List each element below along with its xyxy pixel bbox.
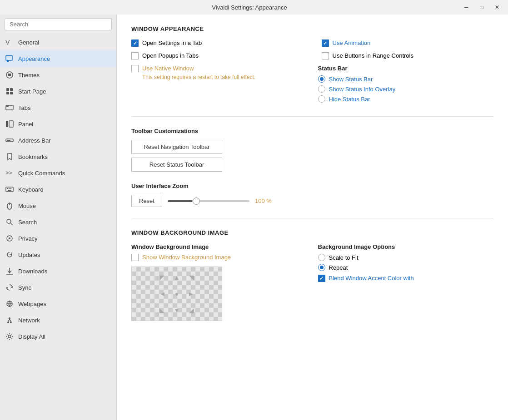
zoom-reset-button[interactable]: Reset <box>131 195 162 207</box>
scale-to-fit-row[interactable]: Scale to Fit <box>318 254 494 261</box>
zoom-title: User Interface Zoom <box>131 183 493 189</box>
keyboard-icon <box>5 185 14 193</box>
hide-status-bar-radio[interactable] <box>318 95 325 103</box>
sidebar-item-downloads[interactable]: Downloads <box>0 263 116 279</box>
show-status-bar-row[interactable]: Show Status Bar <box>318 75 494 83</box>
minimize-button[interactable]: ─ <box>459 2 473 13</box>
network-icon <box>5 316 14 324</box>
repeat-radio[interactable] <box>318 264 325 271</box>
sidebar-item-quick-commands[interactable]: >>Quick Commands <box>0 165 116 181</box>
show-window-bg-row[interactable]: Show Window Background Image <box>131 254 307 261</box>
svg-rect-4 <box>6 88 9 91</box>
sidebar-label-start-page: Start Page <box>18 88 46 95</box>
sidebar-label-general: General <box>18 39 39 46</box>
search-input[interactable] <box>5 18 112 30</box>
show-window-bg-checkbox[interactable] <box>131 254 139 261</box>
open-popups-label: Open Popups in Tabs <box>142 52 199 59</box>
arrow-right-icon: ► <box>188 290 194 297</box>
sidebar-label-network: Network <box>18 317 40 324</box>
sidebar-item-themes[interactable]: Themes <box>0 67 116 83</box>
svg-point-22 <box>7 219 11 223</box>
sidebar-item-address-bar[interactable]: Address Bar <box>0 132 116 148</box>
sidebar-label-search: Search <box>18 219 37 226</box>
sidebar-item-appearance[interactable]: Appearance <box>0 50 116 67</box>
sidebar-item-keyboard[interactable]: Keyboard <box>0 181 116 198</box>
privacy-icon <box>5 234 14 242</box>
sidebar-label-quick-commands: Quick Commands <box>18 170 65 177</box>
bg-image-right: Background Image Options Scale to Fit Re… <box>318 243 494 321</box>
sidebar-item-start-page[interactable]: Start Page <box>0 83 116 99</box>
show-status-info-radio[interactable] <box>318 85 325 93</box>
svg-text:>>: >> <box>5 169 12 176</box>
close-button[interactable]: ✕ <box>490 2 504 13</box>
zoom-value-display: 100 % <box>255 198 272 204</box>
open-popups-checkbox[interactable] <box>131 52 139 59</box>
svg-rect-18 <box>10 188 11 189</box>
address-bar-icon <box>5 136 14 144</box>
sidebar-label-mouse: Mouse <box>18 203 36 209</box>
repeat-row[interactable]: Repeat <box>318 264 494 271</box>
zoom-section: User Interface Zoom Reset 100 % <box>131 183 493 207</box>
downloads-icon <box>5 267 14 275</box>
scale-to-fit-radio[interactable] <box>318 254 325 261</box>
settings-content: WINDOW APPEARANCE Open Settings in a Tab… <box>117 15 508 420</box>
reset-status-toolbar-button[interactable]: Reset Status Toolbar <box>131 158 222 172</box>
sidebar-label-sync: Sync <box>18 284 31 291</box>
sidebar-item-bookmarks[interactable]: Bookmarks <box>0 148 116 165</box>
open-settings-tab-checkbox[interactable] <box>131 40 139 47</box>
maximize-button[interactable]: □ <box>474 2 489 13</box>
open-settings-tab-row[interactable]: Open Settings in a Tab <box>131 40 304 47</box>
show-status-info-row[interactable]: Show Status Info Overlay <box>318 85 494 93</box>
sidebar-item-sync[interactable]: Sync <box>0 279 116 296</box>
sidebar-item-network[interactable]: Network <box>0 312 116 328</box>
sidebar-item-general[interactable]: VGeneral <box>0 34 116 50</box>
native-window-checkbox[interactable] <box>131 65 139 72</box>
sidebar-item-updates[interactable]: Updates <box>0 247 116 263</box>
sidebar-item-webpages[interactable]: Webpages <box>0 296 116 312</box>
zoom-controls: Reset 100 % <box>131 195 493 207</box>
sidebar-item-tabs[interactable]: Tabs <box>0 99 116 116</box>
webpages-icon <box>5 300 14 308</box>
zoom-slider[interactable] <box>168 200 249 202</box>
show-status-bar-label: Show Status Bar <box>329 76 373 83</box>
sidebar-item-panel[interactable]: Panel <box>0 116 116 132</box>
arrow-bottom-left-icon: ◣ <box>159 306 164 314</box>
hide-status-bar-row[interactable]: Hide Status Bar <box>318 95 494 103</box>
sidebar-item-privacy[interactable]: Privacy <box>0 230 116 247</box>
native-window-label: Use Native Window <box>142 65 194 72</box>
sidebar-item-display-all[interactable]: Display All <box>0 328 116 345</box>
svg-line-34 <box>10 319 11 321</box>
svg-point-32 <box>9 317 10 319</box>
show-status-info-label: Show Status Info Overlay <box>329 86 396 93</box>
blend-accent-row[interactable]: Blend Window Accent Color with <box>318 275 494 282</box>
divider-2 <box>131 218 493 218</box>
arrow-left-icon: ◄ <box>159 290 166 297</box>
window-background-image-section: WINDOW BACKGROUND IMAGE Window Backgroun… <box>131 229 493 321</box>
blend-accent-checkbox[interactable] <box>318 275 325 282</box>
use-buttons-range-checkbox[interactable] <box>322 52 329 59</box>
sidebar-label-downloads: Downloads <box>18 268 47 275</box>
svg-rect-2 <box>7 60 9 62</box>
repeat-label: Repeat <box>329 264 348 271</box>
reset-nav-toolbar-button[interactable]: Reset Navigation Toolbar <box>131 140 222 154</box>
arrow-top-left-icon: ◤ <box>159 274 164 281</box>
use-animation-checkbox[interactable] <box>322 40 329 47</box>
sidebar-item-mouse[interactable]: Mouse <box>0 198 116 214</box>
sidebar-label-updates: Updates <box>18 252 40 258</box>
window-title: Vivaldi Settings: Appearance <box>40 4 459 11</box>
show-status-bar-radio[interactable] <box>318 75 325 83</box>
scale-to-fit-label: Scale to Fit <box>329 254 359 261</box>
status-bar-section: Status Bar Show Status Bar Show Status I… <box>318 65 494 105</box>
open-popups-row[interactable]: Open Popups in Tabs <box>131 52 304 59</box>
quick-commands-icon: >> <box>5 169 14 177</box>
native-window-note: This setting requires a restart to take … <box>142 74 307 80</box>
panel-icon <box>5 120 14 128</box>
svg-point-35 <box>8 335 11 338</box>
svg-line-23 <box>10 223 13 225</box>
svg-rect-9 <box>6 105 9 107</box>
use-animation-row[interactable]: Use Animation <box>322 40 494 47</box>
use-buttons-range-row[interactable]: Use Buttons in Range Controls <box>322 52 494 59</box>
sidebar-item-search[interactable]: Search <box>0 214 116 230</box>
native-window-row[interactable]: Use Native Window <box>131 65 307 72</box>
sidebar-label-privacy: Privacy <box>18 235 38 242</box>
